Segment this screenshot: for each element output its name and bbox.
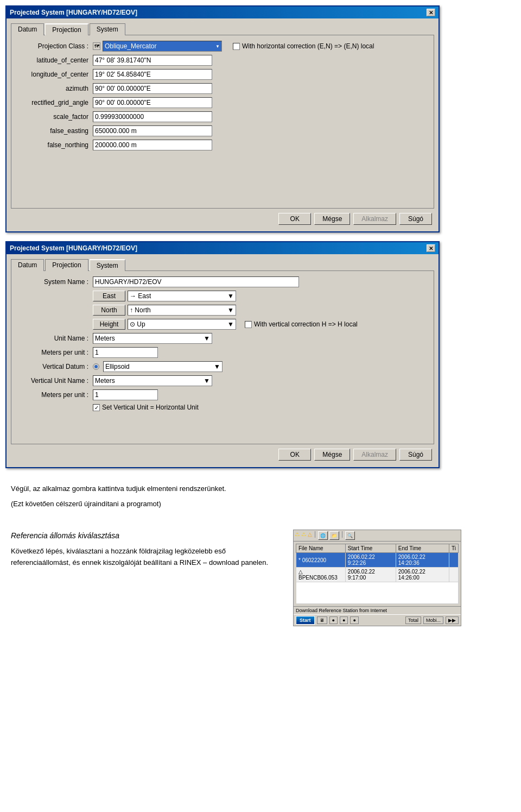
dialog2-megse-button[interactable]: Mégse (314, 449, 350, 461)
col-endtime: End Time (396, 544, 449, 553)
body-text-section: Végül, az alkalmaz gombra kattintva tudj… (5, 477, 440, 524)
scale-input[interactable] (93, 111, 212, 122)
body-paragraph2: (Ezt követően célszerű újraindítani a pr… (11, 499, 434, 509)
dialog1-megse-button[interactable]: Mégse (314, 213, 350, 225)
east-dropdown-arrow-icon: ▼ (227, 292, 234, 300)
section-title: Referencia állomás kiválasztása (11, 530, 282, 542)
rectified-input[interactable] (93, 97, 212, 108)
unit-name-row: Unit Name : Meters ▼ (18, 333, 427, 344)
vertical-datum-container: Ellipsoid ▼ (93, 361, 223, 372)
tab-system[interactable]: System (90, 23, 125, 35)
false-easting-input[interactable] (93, 125, 212, 136)
dialog2-sugo-button[interactable]: Súgó (399, 449, 432, 461)
dialog2-tab-projection[interactable]: Projection (45, 259, 88, 271)
dialog2-tabs: Datum Projection System (11, 259, 434, 271)
toolbar-zoom-button[interactable]: 🔍 (345, 531, 355, 540)
dialog2-content: Datum Projection System System Name : Ea… (7, 254, 439, 467)
row1-ti (449, 553, 459, 568)
dialog2-close-button[interactable]: ✕ (427, 244, 435, 252)
toolbar-warning1-icon: ⚠ (295, 531, 300, 540)
col-filename: File Name (296, 544, 346, 553)
dropdown-arrow-icon: ▼ (215, 44, 220, 49)
east-dropdown[interactable]: → East ▼ (128, 291, 236, 301)
dialog1-title: Projected System [HUNGARY/HD72/EOV] (10, 9, 137, 16)
north-button[interactable]: North (93, 305, 125, 316)
set-vertical-checkbox[interactable]: ✓ (93, 404, 100, 411)
row1-start: 2006.02.22 9:22:26 (345, 553, 396, 568)
table-row-2[interactable]: △ BPENCB06.053 2006.02.22 9:17:00 2006.0… (296, 568, 459, 582)
north-row: North ↑ North ▼ (18, 305, 427, 316)
vertical-meters-input[interactable] (93, 389, 158, 400)
dialog2: Projected System [HUNGARY/HD72/EOV] ✕ Da… (5, 241, 440, 468)
toolbar-separator1 (315, 531, 315, 538)
start-button[interactable]: Start (296, 616, 315, 625)
false-northing-input[interactable] (93, 140, 212, 150)
row2-filename: △ BPENCB06.053 (296, 568, 346, 582)
row2-end: 2006.02.22 14:26:00 (396, 568, 449, 582)
mini-toolbar: ⚠ ⚠ △ 🌐 📁 🔍 (294, 530, 461, 542)
row1-filename: * 06022200 (296, 553, 346, 568)
projection-class-dropdown[interactable]: Oblique_Mercator ▼ (103, 41, 222, 52)
dialog1-close-button[interactable]: ✕ (427, 9, 435, 16)
height-row: Height ⊙ Up ▼ With vertical correction H… (18, 319, 427, 330)
east-row: East → East ▼ (18, 291, 427, 301)
scale-row: scale_factor (18, 111, 427, 122)
mini-taskbar: Start 🖥 ● ● ● Total Mobi... ▶▶ (294, 614, 461, 626)
system-name-input[interactable] (93, 276, 299, 287)
col-ti: Ti (449, 544, 459, 553)
dialog2-alkalmaz-button[interactable]: Alkalmaz (353, 449, 396, 461)
row1-end: 2006.02.22 14:20:36 (396, 553, 449, 568)
taskbar-mobi[interactable]: Mobi... (423, 616, 443, 624)
dialog1-sugo-button[interactable]: Súgó (399, 213, 432, 225)
tab-datum[interactable]: Datum (11, 23, 44, 35)
row2-ti (449, 568, 459, 582)
projection-class-icon: 🗺 (93, 42, 100, 50)
north-dropdown[interactable]: ↑ North ▼ (128, 305, 236, 316)
taskbar-item2[interactable]: ● (340, 616, 348, 624)
horizontal-correction-checkbox[interactable] (233, 43, 240, 50)
taskbar-overflow-icon: ▶▶ (446, 616, 459, 624)
tab-projection[interactable]: Projection (45, 23, 88, 35)
toolbar-triangle-icon: △ (308, 531, 312, 540)
east-button[interactable]: East (93, 291, 125, 301)
mini-table-body: * 06022200 2006.02.22 9:22:26 2006.02.22… (296, 553, 459, 604)
azimuth-label: azimuth (18, 85, 88, 92)
vertical-meters-row: Meters per unit : (18, 389, 427, 400)
dialog2-panel: System Name : East → East ▼ North ↑ Nort… (11, 270, 434, 444)
set-vertical-label: Set Vertical Unit = Horizontal Unit (102, 404, 199, 411)
dialog2-tab-system[interactable]: System (90, 259, 125, 271)
vertical-unit-name-row: Vertical Unit Name : Meters ▼ (18, 375, 427, 386)
vertical-correction-checkbox[interactable] (245, 321, 252, 328)
dialog1-alkalmaz-button[interactable]: Alkalmaz (353, 213, 396, 225)
table-row-3 (296, 582, 459, 604)
taskbar-total[interactable]: Total (405, 616, 421, 624)
azimuth-input[interactable] (93, 83, 212, 94)
table-row-1[interactable]: * 06022200 2006.02.22 9:22:26 2006.02.22… (296, 553, 459, 568)
longitude-label: longitude_of_center (18, 71, 88, 78)
toolbar-folder-button[interactable]: 📁 (329, 531, 339, 540)
dialog1-ok-button[interactable]: OK (278, 213, 311, 225)
latitude-label: latitude_of_center (18, 56, 88, 64)
dialog2-ok-button[interactable]: OK (278, 449, 311, 461)
taskbar-item1[interactable]: ● (329, 616, 338, 624)
taskbar-monitor-icon: 🖥 (317, 616, 327, 624)
longitude-input[interactable] (93, 69, 212, 80)
height-dropdown[interactable]: ⊙ Up ▼ (128, 319, 236, 330)
unit-name-dropdown[interactable]: Meters ▼ (93, 333, 212, 344)
meters-per-unit-input[interactable] (93, 347, 158, 358)
body-paragraph3: Következő lépés, kiválasztani a hozzánk … (11, 546, 282, 569)
toolbar-globe-button[interactable]: 🌐 (318, 531, 328, 540)
toolbar-separator2 (342, 531, 342, 538)
vertical-unit-name-dropdown[interactable]: Meters ▼ (93, 375, 212, 386)
toolbar-warning2-icon: ⚠ (301, 531, 306, 540)
height-button[interactable]: Height (93, 319, 125, 330)
dialog1-buttons: OK Mégse Alkalmaz Súgó (11, 209, 434, 227)
vertical-unit-name-arrow-icon: ▼ (204, 377, 210, 385)
meters-per-unit-label: Meters per unit : (18, 349, 88, 356)
latitude-input[interactable] (93, 55, 212, 66)
bottom-section: Referencia állomás kiválasztása Következ… (5, 524, 516, 632)
vertical-datum-dropdown[interactable]: Ellipsoid ▼ (103, 361, 223, 372)
taskbar-item3[interactable]: ● (350, 616, 358, 624)
horizontal-correction-container: With horizontal correction (E,N) => (E,N… (233, 42, 374, 50)
dialog2-tab-datum[interactable]: Datum (11, 259, 44, 271)
